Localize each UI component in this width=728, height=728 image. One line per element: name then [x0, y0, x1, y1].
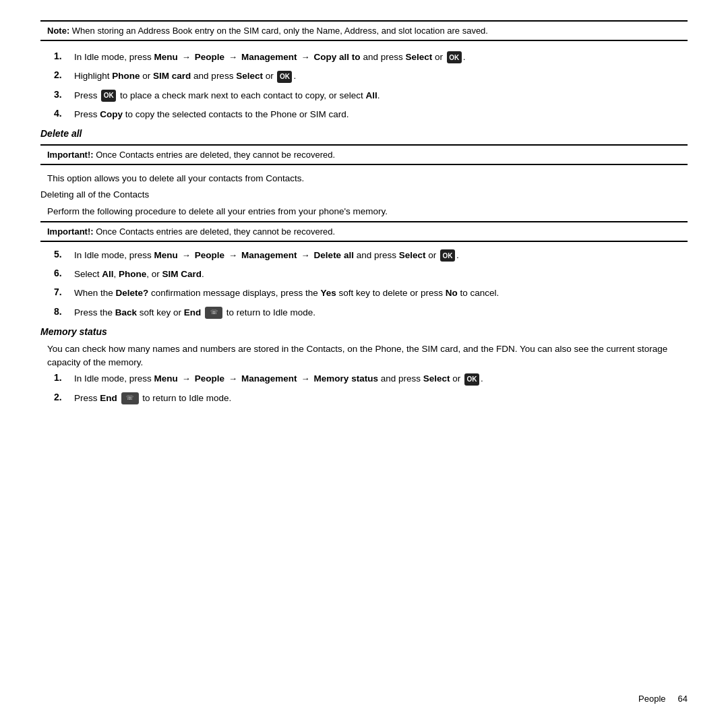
step-1-num: 1. — [54, 51, 74, 61]
step-8-content: Press the Back soft key or End ☏ to retu… — [74, 306, 688, 320]
footer-section: People — [638, 694, 665, 704]
body-text-1: This option allows you to delete all you… — [40, 172, 688, 185]
step-5-content: In Idle mode, press Menu→People→Manageme… — [74, 249, 688, 262]
step-3: 3. Press OK to place a check mark next t… — [40, 89, 688, 102]
delete-all-heading: Delete all — [40, 128, 688, 139]
memory-step-2-num: 2. — [54, 392, 74, 402]
memory-step-1-num: 1. — [54, 372, 74, 383]
step-8-num: 8. — [54, 306, 74, 317]
memory-step-1-content: In Idle mode, press Menu→People→Manageme… — [74, 372, 688, 386]
step-6: 6. Select All, Phone, or SIM Card. — [40, 268, 688, 281]
footer: People 64 — [638, 694, 688, 704]
ok-badge-5: OK — [440, 249, 455, 262]
step-8: 8. Press the Back soft key or End ☏ to r… — [40, 306, 688, 320]
note-box: Note: When storing an Address Book entry… — [40, 20, 688, 41]
footer-page: 64 — [678, 694, 688, 704]
important-label-1: Important!: — [47, 150, 94, 160]
important-text-1: Once Contacts entries are deleted, they … — [96, 150, 335, 160]
step-4-content: Press Copy to copy the selected contacts… — [74, 108, 688, 121]
note-text: When storing an Address Book entry on th… — [72, 26, 488, 36]
ok-badge-3: OK — [101, 90, 116, 102]
copy-steps-list: 1. In Idle mode, press Menu→People→Manag… — [40, 51, 688, 121]
delete-steps-list: 5. In Idle mode, press Menu→People→Manag… — [40, 249, 688, 320]
ok-badge-1: OK — [447, 51, 462, 63]
memory-step-1: 1. In Idle mode, press Menu→People→Manag… — [40, 372, 688, 386]
step-2-num: 2. — [54, 69, 74, 80]
step-5: 5. In Idle mode, press Menu→People→Manag… — [40, 249, 688, 262]
step-3-content: Press OK to place a check mark next to e… — [74, 89, 688, 102]
step-4-num: 4. — [54, 108, 74, 119]
memory-step-2: 2. Press End ☏ to return to Idle mode. — [40, 392, 688, 405]
page: Note: When storing an Address Book entry… — [0, 0, 728, 728]
important-box-1: Important!: Once Contacts entries are de… — [40, 144, 688, 165]
memory-steps-list: 1. In Idle mode, press Menu→People→Manag… — [40, 372, 688, 405]
step-1: 1. In Idle mode, press Menu→People→Manag… — [40, 51, 688, 64]
step-4: 4. Press Copy to copy the selected conta… — [40, 108, 688, 121]
step-7: 7. When the Delete? confirmation message… — [40, 286, 688, 300]
step-6-content: Select All, Phone, or SIM Card. — [74, 268, 688, 281]
step-2: 2. Highlight Phone or SIM card and press… — [40, 69, 688, 83]
note-label: Note: — [47, 26, 69, 36]
step-6-num: 6. — [54, 268, 74, 278]
important-text-2: Once Contacts entries are deleted, they … — [96, 226, 335, 237]
body-text-3: Perform the following procedure to delet… — [40, 205, 688, 218]
end-icon-2: ☏ — [121, 392, 139, 404]
memory-body-1: You can check how many names and numbers… — [40, 342, 688, 370]
step-2-content: Highlight Phone or SIM card and press Se… — [74, 69, 688, 83]
step-7-content: When the Delete? confirmation message di… — [74, 286, 688, 300]
end-icon-1: ☏ — [205, 307, 222, 319]
body-text-2: Deleting all of the Contacts — [40, 188, 688, 202]
step-3-num: 3. — [54, 89, 74, 100]
important-box-2: Important!: Once Contacts entries are de… — [40, 221, 688, 242]
ok-badge-2: OK — [277, 71, 292, 83]
step-5-num: 5. — [54, 249, 74, 260]
step-1-content: In Idle mode, press Menu→People→Manageme… — [74, 51, 688, 64]
important-label-2: Important!: — [47, 226, 94, 237]
step-7-num: 7. — [54, 286, 74, 297]
memory-step-2-content: Press End ☏ to return to Idle mode. — [74, 392, 688, 405]
ok-badge-m1: OK — [464, 373, 479, 386]
memory-status-heading: Memory status — [40, 326, 688, 337]
